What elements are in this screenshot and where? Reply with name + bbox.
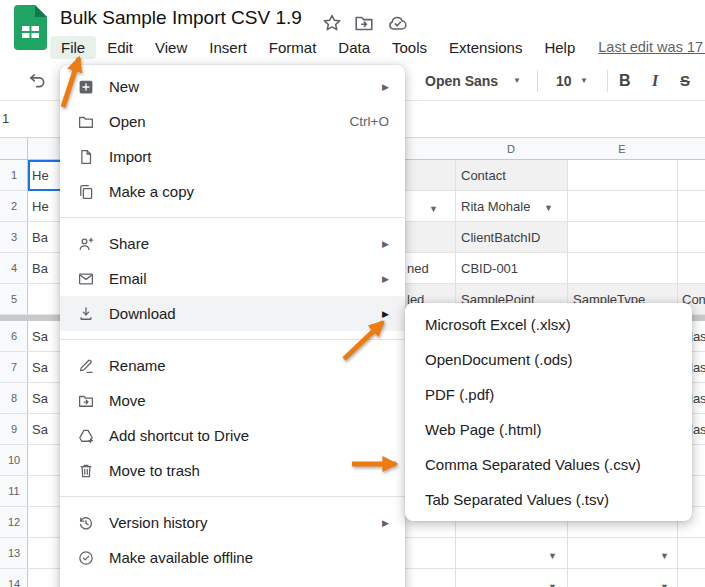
move-folder-icon[interactable] [353, 12, 375, 34]
menu-view[interactable]: View [144, 36, 198, 59]
row-number[interactable]: 11 [0, 476, 28, 507]
dropdown-arrow-icon[interactable] [544, 203, 553, 213]
italic-button[interactable]: I [652, 62, 658, 100]
rename-pencil-icon [76, 356, 96, 376]
submenu-item-html[interactable]: Web Page (.html) [405, 412, 692, 447]
dropdown-arrow-icon[interactable] [660, 569, 669, 587]
submenu-arrow-icon [382, 309, 389, 319]
menu-item-make-a-copy[interactable]: Make a copy [60, 174, 405, 209]
offline-check-icon [76, 548, 96, 568]
row-number[interactable]: 10 [0, 445, 28, 476]
submenu-item-xlsx[interactable]: Microsoft Excel (.xlsx) [405, 307, 692, 342]
cell-f9-text[interactable]: las [690, 414, 705, 445]
cell-d1-text[interactable]: Contact [461, 160, 506, 191]
document-title[interactable]: Bulk Sample Import CSV 1.9 [60, 7, 302, 29]
row-number[interactable]: 4 [0, 253, 28, 284]
row-number[interactable]: 5 [0, 284, 28, 315]
cell-d2[interactable]: Rita Mohale [461, 191, 553, 222]
menu-item-open[interactable]: Open Ctrl+O [60, 104, 405, 139]
menu-help[interactable]: Help [533, 36, 586, 59]
dropdown-arrow-icon[interactable] [429, 191, 438, 222]
cell-f6-text[interactable]: las [690, 321, 705, 352]
menu-item-add-shortcut-to-drive[interactable]: Add shortcut to Drive [60, 418, 405, 453]
submenu-arrow-icon [382, 274, 389, 284]
row-number[interactable]: 14 [0, 569, 28, 587]
menu-item-download[interactable]: Download [60, 296, 405, 331]
menu-divider [60, 496, 405, 497]
cell-a7[interactable]: Sa [32, 352, 48, 383]
submenu-item-tsv[interactable]: Tab Separated Values (.tsv) [405, 482, 692, 517]
cell-a8[interactable]: Sa [32, 383, 48, 414]
menu-insert[interactable]: Insert [198, 36, 258, 59]
submenu-item-pdf[interactable]: PDF (.pdf) [405, 377, 692, 412]
undo-icon[interactable] [27, 70, 48, 91]
row-number[interactable]: 13 [0, 538, 28, 569]
submenu-arrow-icon [382, 518, 389, 528]
cell-d3-text[interactable]: ClientBatchID [461, 222, 540, 253]
cell-a2[interactable]: He [32, 191, 49, 222]
row-number[interactable]: 8 [0, 383, 28, 414]
sheets-logo[interactable] [14, 5, 47, 50]
submenu-item-csv[interactable]: Comma Separated Values (.csv) [405, 447, 692, 482]
file-menu: New Open Ctrl+O Import Make a copy [60, 65, 405, 587]
column-header-e[interactable]: E [567, 138, 677, 160]
cell-f8-text[interactable]: las [690, 383, 705, 414]
menu-item-share[interactable]: Share [60, 226, 405, 261]
cell-c4[interactable]: ned [407, 253, 429, 284]
cloud-saved-icon [386, 12, 409, 34]
menu-item-make-available-offline[interactable]: Make available offline [60, 540, 405, 575]
toolbar-divider [607, 70, 608, 92]
select-all-corner[interactable] [0, 138, 28, 160]
menu-data[interactable]: Data [327, 36, 381, 59]
dropdown-arrow-icon[interactable] [548, 538, 557, 569]
menu-item-email[interactable]: Email [60, 261, 405, 296]
copy-icon [76, 182, 96, 202]
cell-d2-text: Rita Mohale [461, 199, 530, 214]
menu-edit[interactable]: Edit [96, 36, 144, 59]
menu-format[interactable]: Format [258, 36, 328, 59]
chevron-down-icon[interactable]: ▼ [580, 62, 588, 100]
menu-tools[interactable]: Tools [381, 36, 438, 59]
download-submenu: Microsoft Excel (.xlsx) OpenDocument (.o… [405, 303, 692, 521]
row-number[interactable]: 6 [0, 321, 28, 352]
new-document-icon [76, 77, 96, 97]
menu-item-rename[interactable]: Rename [60, 348, 405, 383]
cell-a6[interactable]: Sa [32, 321, 48, 352]
last-edit-status[interactable]: Last edit was 17 minu [598, 39, 705, 55]
dropdown-arrow-icon[interactable] [548, 569, 557, 587]
move-folder-icon [76, 391, 96, 411]
bold-button[interactable]: B [619, 62, 631, 100]
version-history-icon [76, 513, 96, 533]
star-icon[interactable] [321, 12, 343, 34]
row-number[interactable]: 7 [0, 352, 28, 383]
row-number[interactable]: 9 [0, 414, 28, 445]
cell-a3[interactable]: Ba [32, 222, 48, 253]
chevron-down-icon[interactable]: ▼ [513, 62, 521, 100]
column-header-d[interactable]: D [455, 138, 567, 160]
cell-a9[interactable]: Sa [32, 414, 48, 445]
row-number[interactable]: 3 [0, 222, 28, 253]
row-number[interactable]: 2 [0, 191, 28, 222]
menu-item-version-history[interactable]: Version history [60, 505, 405, 540]
dropdown-arrow-icon[interactable] [660, 538, 669, 569]
strikethrough-button[interactable]: S [680, 62, 690, 100]
name-box[interactable]: 1 [2, 104, 48, 134]
menu-item-move-to-trash[interactable]: Move to trash [60, 453, 405, 488]
cell-d4-text[interactable]: CBID-001 [461, 253, 518, 284]
cell-f7-text[interactable]: las [690, 352, 705, 383]
menu-item-move[interactable]: Move [60, 383, 405, 418]
add-shortcut-drive-icon [76, 426, 96, 446]
menu-item-new[interactable]: New [60, 69, 405, 104]
menu-item-import[interactable]: Import [60, 139, 405, 174]
menu-extensions[interactable]: Extensions [438, 36, 533, 59]
submenu-arrow-icon [382, 239, 389, 249]
row-number[interactable]: 12 [0, 507, 28, 538]
submenu-item-ods[interactable]: OpenDocument (.ods) [405, 342, 692, 377]
font-family-selector[interactable]: Open Sans [425, 62, 498, 100]
menu-file[interactable]: File [50, 36, 96, 59]
open-folder-icon [76, 112, 96, 132]
cell-a4[interactable]: Ba [32, 253, 48, 284]
row-number[interactable]: 1 [0, 160, 28, 191]
download-icon [76, 304, 96, 324]
font-size-selector[interactable]: 10 [556, 62, 572, 100]
